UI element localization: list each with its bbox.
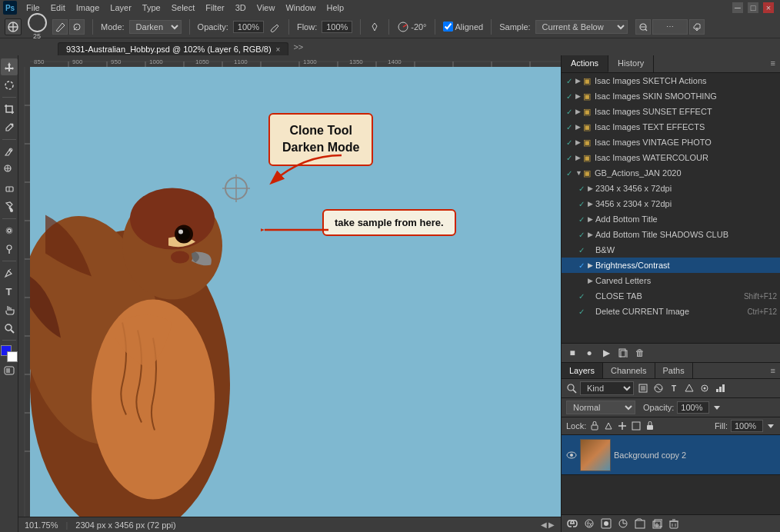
layer-type-filter[interactable]: T: [668, 382, 680, 394]
record-action-button[interactable]: ●: [583, 347, 595, 359]
action-expand-2304[interactable]: ▶: [588, 185, 594, 192]
actions-panel-menu[interactable]: ≡: [766, 55, 780, 72]
action-expand-add-bottom[interactable]: ▶: [588, 215, 594, 223]
action-row-close-tab[interactable]: ✓ ▶ CLOSE TAB Shift+F12: [562, 288, 780, 304]
action-row-gb[interactable]: ✓ ▼ ▣ GB_Actions_JAN 2020: [562, 165, 780, 181]
crop-tool[interactable]: [1, 101, 18, 118]
lock-all-btn[interactable]: [645, 421, 655, 431]
stylus-pressure-icon[interactable]: [368, 21, 381, 33]
layers-tab-paths[interactable]: Paths: [655, 363, 693, 378]
minimize-button[interactable]: ─: [732, 2, 743, 13]
scroll-right-icon[interactable]: ▶: [548, 520, 555, 529]
actions-tab[interactable]: Actions: [562, 55, 608, 72]
action-expand-sunset[interactable]: ▶: [575, 108, 582, 115]
action-expand-text[interactable]: ▶: [575, 123, 582, 131]
layers-tab-layers[interactable]: Layers: [562, 363, 603, 378]
eyedropper-tool[interactable]: [1, 119, 18, 136]
action-row-text[interactable]: ✓ ▶ ▣ Isac Images TEXT EFFECTS: [562, 119, 780, 135]
menu-3d[interactable]: 3D: [231, 2, 251, 14]
opacity-input[interactable]: 100%: [233, 21, 264, 33]
brush-mode-icon[interactable]: [52, 19, 68, 35]
action-expand-gb[interactable]: ▼: [575, 169, 582, 177]
layer-mask-btn[interactable]: [600, 517, 612, 530]
background-color[interactable]: [7, 351, 18, 362]
action-row-delete[interactable]: ✓ ▶ Delete CURRENT Image Ctrl+F12: [562, 304, 780, 319]
pen-tool[interactable]: [1, 264, 18, 281]
menu-edit[interactable]: Edit: [46, 2, 70, 14]
clone-stamp-tool[interactable]: [1, 161, 18, 178]
layers-panel-menu[interactable]: ≡: [766, 363, 780, 378]
opacity-airbrush-icon[interactable]: [268, 21, 281, 33]
menu-help[interactable]: Help: [322, 2, 349, 14]
action-row-3456[interactable]: ✓ ▶ 3456 x 2304 x 72dpi: [562, 196, 780, 211]
layer-pixel-filter[interactable]: [637, 382, 649, 394]
tool-preset-btn[interactable]: [5, 18, 22, 35]
aligned-checkbox-label[interactable]: Aligned: [443, 22, 484, 32]
layers-tab-channels[interactable]: Channels: [603, 363, 655, 378]
opacity-down-arrow[interactable]: [712, 403, 722, 412]
action-expand-skin[interactable]: ▶: [575, 92, 582, 100]
lasso-tool[interactable]: [1, 77, 18, 94]
action-row-watercolour[interactable]: ✓ ▶ ▣ Isac Images WATERCOLOUR: [562, 150, 780, 165]
action-row-add-bottom-sc[interactable]: ✓ ▶ Add Bottom Title SHADOWS CLUB: [562, 227, 780, 242]
hand-tool[interactable]: [1, 301, 18, 318]
new-layer-btn[interactable]: [651, 517, 663, 530]
menu-layer[interactable]: Layer: [105, 2, 136, 14]
layer-adjustment-filter[interactable]: [652, 382, 665, 394]
mode-dropdown[interactable]: DarkenNormalMultiplyScreen: [129, 20, 182, 34]
play-action-button[interactable]: ▶: [600, 347, 612, 359]
document-tab[interactable]: 9331-Australian_Hobby.psd @ 102% (Layer …: [58, 42, 288, 55]
action-expand-add-bottom-sc[interactable]: ▶: [588, 231, 594, 238]
menu-select[interactable]: Select: [167, 2, 200, 14]
action-expand-brightness[interactable]: ▶: [588, 261, 594, 269]
maximize-button[interactable]: □: [748, 2, 758, 13]
lock-art-btn[interactable]: [603, 421, 614, 431]
action-expand-carved[interactable]: ▶: [588, 277, 594, 284]
action-row-carved[interactable]: ✓ ▶ Carved Letters: [562, 273, 780, 288]
move-tool[interactable]: [1, 58, 18, 75]
menu-view[interactable]: View: [252, 2, 280, 14]
save-to-cloud-icon[interactable]: [689, 19, 705, 35]
zoom-tool[interactable]: [1, 320, 18, 337]
dodge-tool[interactable]: [1, 241, 18, 258]
menu-window[interactable]: Window: [281, 2, 320, 14]
fill-input[interactable]: [731, 420, 763, 432]
action-row-sunset[interactable]: ✓ ▶ ▣ Isac Images SUNSET EFFECT: [562, 104, 780, 119]
action-row-skin[interactable]: ✓ ▶ ▣ Isac Images SKIN SMOOTHING: [562, 88, 780, 104]
history-tab[interactable]: History: [608, 55, 654, 72]
brush-size-display[interactable]: 25: [26, 13, 48, 40]
new-group-btn[interactable]: [634, 517, 646, 530]
layer-visibility-toggle[interactable]: [566, 450, 577, 461]
menu-image[interactable]: Image: [72, 2, 105, 14]
menu-filter[interactable]: Filter: [201, 2, 228, 14]
brush-type-icon[interactable]: [69, 19, 85, 35]
delete-layer-btn[interactable]: [668, 517, 680, 530]
layer-pixel-density-icon[interactable]: [714, 382, 726, 394]
view-tool-icon[interactable]: [635, 19, 651, 35]
action-row-sketch[interactable]: ✓ ▶ ▣ Isac Images SKETCH Actions: [562, 73, 780, 88]
action-row-vintage[interactable]: ✓ ▶ ▣ Isac Images VINTAGE PHOTO: [562, 135, 780, 150]
healing-tool[interactable]: [1, 143, 18, 160]
layer-adjustment-btn[interactable]: [617, 517, 629, 530]
color-swatches[interactable]: [1, 345, 18, 362]
action-row-brightness[interactable]: ✓ ▶ Brightness/Contrast: [562, 258, 780, 273]
menu-file[interactable]: File: [22, 2, 45, 14]
action-row-add-bottom[interactable]: ✓ ▶ Add Bottom Title: [562, 211, 780, 227]
type-tool[interactable]: T: [1, 283, 18, 300]
action-expand-3456[interactable]: ▶: [588, 200, 594, 208]
search-options-btn[interactable]: ⋯: [652, 19, 688, 35]
layer-effects-btn[interactable]: fx: [583, 517, 595, 530]
action-expand-sketch[interactable]: ▶: [575, 77, 582, 85]
layer-smart-filter[interactable]: [698, 382, 711, 394]
lock-artboard-btn[interactable]: [631, 421, 642, 431]
flow-input[interactable]: [322, 21, 352, 33]
layer-link-btn[interactable]: [566, 517, 578, 530]
scroll-left-icon[interactable]: ◀: [541, 520, 547, 529]
stop-action-button[interactable]: ■: [566, 347, 578, 359]
action-row-bw[interactable]: ✓ ▶ B&W: [562, 242, 780, 258]
layer-mode-select[interactable]: NormalMultiplyScreenOverlay: [566, 401, 635, 414]
lock-pixels-btn[interactable]: [589, 421, 600, 431]
action-row-2304[interactable]: ✓ ▶ 2304 x 3456 x 72dpi: [562, 181, 780, 196]
blur-tool[interactable]: [1, 222, 18, 239]
layer-row-bg-copy2[interactable]: Background copy 2: [562, 435, 780, 475]
